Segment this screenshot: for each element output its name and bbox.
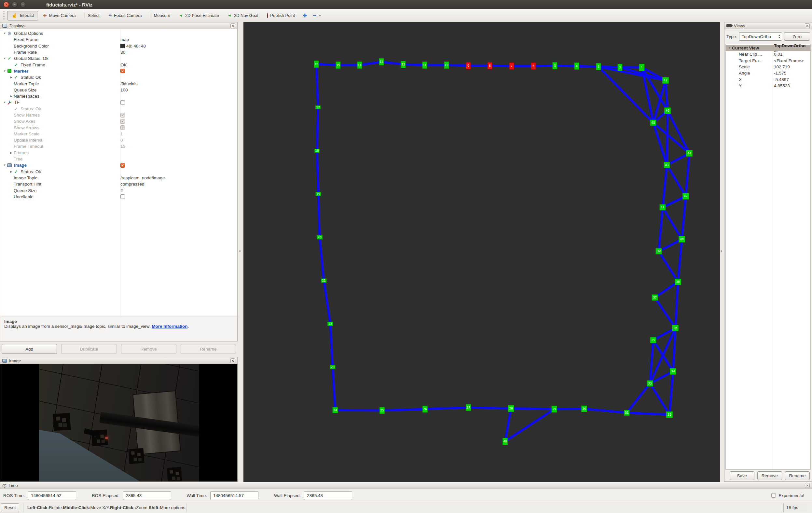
collapse-left-panel-icon[interactable]: ◂	[238, 249, 240, 253]
save-view-button[interactable]: Save	[730, 471, 754, 480]
tree-row-status-ok[interactable]: ▶✓Status: Ok	[0, 74, 237, 80]
views-row-x[interactable]: X-5.4897	[726, 76, 810, 82]
tree-row-show-axes[interactable]: Show Axes✓	[0, 118, 237, 124]
tool-focus-camera[interactable]: ⌖Focus Camera	[105, 11, 146, 21]
tree-row-show-names[interactable]: Show Names✓	[0, 112, 237, 118]
more-information-link[interactable]: More Information	[152, 324, 187, 329]
time-panel-header[interactable]: ◷ Time ✕	[0, 482, 812, 489]
time-field-value[interactable]: 1480456514.57	[210, 491, 258, 500]
tree-row-frames[interactable]: ▶Frames	[0, 150, 237, 156]
time-field-value[interactable]: 1480456514.52	[28, 491, 76, 500]
checkbox-checked[interactable]: ✓	[120, 69, 125, 73]
expander-closed-icon[interactable]: ▶	[9, 151, 14, 154]
tool-select[interactable]: Select	[80, 11, 104, 21]
tree-row-unreliable[interactable]: Unreliable	[0, 194, 237, 200]
property-value[interactable]: ✓	[120, 69, 125, 73]
expander-open-icon[interactable]: ▼	[2, 70, 7, 73]
checkbox-disabled[interactable]: ✓	[120, 113, 125, 117]
expander-open-icon[interactable]: ▼	[2, 32, 7, 35]
image-panel-close-icon[interactable]: ✕	[230, 359, 235, 363]
property-value[interactable]: ✓	[120, 163, 125, 168]
expander-open-icon[interactable]: ▼	[2, 101, 7, 104]
displays-close-icon[interactable]: ✕	[230, 23, 235, 28]
tree-row-marker[interactable]: ▼Marker✓	[0, 68, 237, 74]
tree-row-tf[interactable]: ▼TF	[0, 99, 237, 106]
tree-row-global-options[interactable]: ▼⚙Global Options	[0, 30, 237, 36]
experimental-checkbox[interactable]	[771, 493, 776, 498]
rename-view-button[interactable]: Rename	[785, 471, 810, 480]
tree-row-fixed-frame[interactable]: ✓Fixed FrameOK	[0, 61, 237, 68]
reset-button[interactable]: Reset	[1, 503, 19, 512]
view-type-combobox[interactable]: TopDownOrtho ▲▼	[739, 32, 782, 41]
views-row-scale[interactable]: Scale102.719	[726, 64, 810, 70]
value-text: OK	[120, 62, 127, 67]
tree-row-image[interactable]: ▼Image✓	[0, 162, 237, 168]
property-value[interactable]: ✓	[120, 119, 125, 124]
checkbox-checked[interactable]: ✓	[120, 163, 125, 168]
property-value[interactable]	[120, 194, 125, 199]
tree-row-status-ok[interactable]: ✓Status: Ok	[0, 106, 237, 112]
tree-row-background-color[interactable]: Background Color48; 48; 48	[0, 43, 237, 49]
maximize-window-icon[interactable]: ▫	[20, 2, 26, 7]
time-close-icon[interactable]: ✕	[805, 483, 810, 488]
tool-2d-nav-goal[interactable]: ➤2D Nav Goal	[224, 11, 262, 21]
add-tool-button[interactable]: ✚	[300, 11, 310, 21]
tree-row-tree[interactable]: Tree	[0, 156, 237, 162]
zero-button[interactable]: Zero	[784, 32, 810, 41]
displays-panel-header[interactable]: Displays ✕	[0, 22, 238, 29]
checkbox-disabled[interactable]: ✓	[120, 125, 125, 130]
tree-row-queue-size[interactable]: Queue Size2	[0, 187, 237, 193]
views-row-angle[interactable]: Angle-1.575	[726, 70, 810, 76]
views-row-target-fra[interactable]: Target Fra...<Fixed Frame>	[726, 58, 810, 64]
tree-row-frame-rate[interactable]: Frame Rate30	[0, 49, 237, 55]
tree-row-status-ok[interactable]: ▶✓Status: Ok	[0, 169, 237, 175]
tool-interact[interactable]: ☝Interact	[7, 11, 38, 21]
tree-row-marker-topic[interactable]: Marker Topic/fiducials	[0, 80, 237, 87]
remove-tool-button[interactable]: − ▾	[311, 11, 323, 21]
experimental-label: Experimental	[779, 493, 804, 498]
render-view[interactable]: 1615141312111098765432117181920212223242…	[243, 22, 720, 482]
expander-open-icon[interactable]: ▼	[727, 47, 732, 50]
expander-open-icon[interactable]: ▼	[2, 57, 7, 60]
current-view-row[interactable]: ▼Current ViewTopDownOrtho ...	[726, 45, 810, 51]
tree-row-show-arrows[interactable]: Show Arrows✓	[0, 124, 237, 131]
views-row-near-clip[interactable]: Near Clip ...0.01	[726, 51, 810, 57]
property-value[interactable]	[120, 100, 125, 105]
tree-row-image-topic[interactable]: Image Topic/raspicam_node/image	[0, 175, 237, 181]
time-field-value[interactable]: 2865.43	[123, 491, 171, 500]
image-panel-header[interactable]: Image ✕	[0, 357, 238, 364]
tool-2d-pose-estimate[interactable]: ➤2D Pose Estimate	[175, 11, 223, 21]
tree-row-update-interval[interactable]: Update Interval0	[0, 137, 237, 143]
checkbox-unchecked[interactable]	[120, 100, 125, 105]
tool-measure[interactable]: Measure	[146, 11, 174, 21]
spinner-arrows-icon[interactable]: ▲▼	[778, 34, 780, 39]
expander-closed-icon[interactable]: ▶	[9, 95, 14, 98]
minimize-window-icon[interactable]: −	[12, 2, 18, 7]
tree-row-fixed-frame[interactable]: Fixed Framemap	[0, 36, 237, 42]
time-field-value[interactable]: 2865.43	[304, 491, 352, 500]
expander-open-icon[interactable]: ▼	[2, 164, 7, 167]
tool-publish-point[interactable]: Publish Point	[263, 11, 299, 21]
remove-view-button[interactable]: Remove	[757, 471, 782, 480]
tree-row-global-status-ok[interactable]: ▼✓Global Status: Ok	[0, 55, 237, 61]
toolbar-drag-handle[interactable]	[3, 11, 5, 20]
collapse-right-panel-icon[interactable]: ▸	[721, 249, 723, 253]
checkbox-unchecked[interactable]	[120, 194, 125, 199]
add-display-button[interactable]: Add	[2, 344, 57, 354]
tree-row-queue-size[interactable]: Queue Size100	[0, 87, 237, 93]
views-row-y[interactable]: Y4.85523	[726, 83, 810, 89]
close-window-icon[interactable]: ✕	[3, 2, 9, 7]
tree-row-transport-hint[interactable]: Transport Hintcompressed	[0, 181, 237, 187]
property-value[interactable]: ✓	[120, 125, 125, 130]
checkbox-disabled[interactable]: ✓	[120, 119, 125, 124]
tree-row-marker-scale[interactable]: Marker Scale1	[0, 131, 237, 137]
views-panel-header[interactable]: Views ✕	[724, 22, 812, 29]
views-close-icon[interactable]: ✕	[805, 23, 810, 28]
expander-closed-icon[interactable]: ▶	[9, 76, 14, 79]
expander-closed-icon[interactable]: ▶	[9, 170, 14, 173]
tree-row-namespaces[interactable]: ▶Namespaces	[0, 93, 237, 99]
tool-move-camera[interactable]: ✚Move Camera	[39, 11, 80, 21]
tree-row-frame-timeout[interactable]: Frame Timeout15	[0, 143, 237, 149]
views-column-divider[interactable]	[773, 44, 773, 469]
property-value[interactable]: ✓	[120, 113, 125, 117]
